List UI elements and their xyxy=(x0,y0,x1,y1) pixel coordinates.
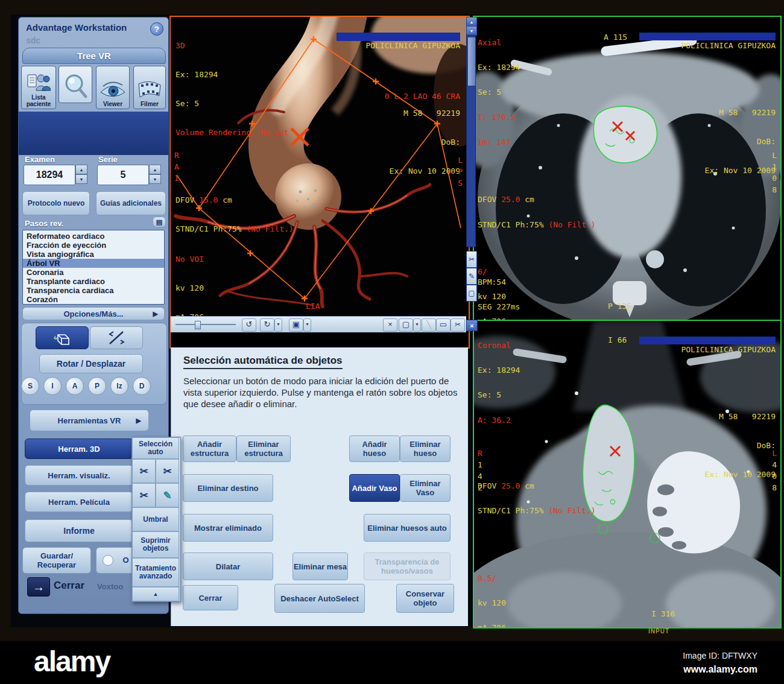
rotate-left-icon[interactable]: ↺ xyxy=(242,318,256,332)
examen-input[interactable]: 18294 xyxy=(24,165,75,185)
patient-name-privacy-bar xyxy=(639,337,776,344)
orient-d-button[interactable]: D xyxy=(133,377,151,395)
cerrar-button[interactable]: Cerrar xyxy=(54,580,84,592)
paint-brush-icon[interactable]: ✎ xyxy=(156,483,179,507)
strip-scissors-icon[interactable]: ✂ xyxy=(466,251,477,268)
eliminar-destino-button[interactable]: Eliminar destino xyxy=(183,474,273,502)
axial-mode-label: Axial xyxy=(478,38,501,47)
scrollbar-track[interactable] xyxy=(466,35,476,247)
informe-button[interactable]: Informe xyxy=(25,519,133,542)
serie-up-icon[interactable]: ▲ xyxy=(149,165,161,174)
nav-lista-paciente-button[interactable]: Lista paciente xyxy=(21,66,56,109)
pasos-listbox[interactable]: Reformateo cardiaco Fracción de eyección… xyxy=(22,230,165,305)
guias-adicionales-button[interactable]: Guías adicionales xyxy=(96,191,166,215)
copy-view-icon[interactable]: ▣ xyxy=(289,318,303,332)
herram-3d-button[interactable]: Herram. 3D xyxy=(25,439,133,459)
anadir-estructura-button[interactable]: Añadir estructura xyxy=(183,435,236,462)
close-panel-icon[interactable]: × xyxy=(466,320,478,331)
scroll-up-icon[interactable]: ▲ xyxy=(466,17,477,27)
serie-stepper[interactable]: ▲ ▼ xyxy=(149,165,161,184)
anadir-hueso-button[interactable]: Añadir hueso xyxy=(349,435,400,462)
cut-structure-icon[interactable]: ✂ xyxy=(132,459,156,483)
copy-view-dropdown-icon[interactable]: ▼ xyxy=(303,318,311,332)
transparencia-huesos-vasos-button[interactable]: Transparencia de huesos/vasos xyxy=(364,553,450,580)
protocolo-nuevo-button[interactable]: Protocolo nuevo xyxy=(22,191,90,215)
marquee-tool-icon[interactable]: ▢ xyxy=(399,318,413,332)
dilatar-button[interactable]: Dilatar xyxy=(183,553,273,580)
herram-pelicula-button[interactable]: Herram. Película xyxy=(25,492,133,512)
suprimir-objetos-button[interactable]: Suprimir objetos xyxy=(132,531,179,558)
linked-viewports: Axial Ex: 18294 Se: 5 I: 170.5 Im: 147 D… xyxy=(473,16,782,629)
examen-stepper[interactable]: ▲ ▼ xyxy=(75,165,87,184)
anadir-vaso-button[interactable]: Añadir Vaso xyxy=(349,474,400,502)
cut-spool-icon[interactable]: ✂ xyxy=(156,459,179,483)
strip-marquee-icon[interactable]: ▢ xyxy=(466,285,477,302)
strip-pencil-icon[interactable]: ✎ xyxy=(466,268,477,285)
orient-s-button[interactable]: S xyxy=(21,377,39,395)
cut-tool-icon[interactable]: ✂ xyxy=(450,318,465,332)
marquee-dropdown-icon[interactable]: ▼ xyxy=(413,318,421,332)
coronal-viewport[interactable]: Coronal Ex: 18294 Se: 5 A: 36.2 DFOV 25.… xyxy=(474,321,780,627)
mostrar-eliminado-button[interactable]: Mostrar eliminado xyxy=(183,514,273,542)
rotate-loop-icon[interactable]: ↻ xyxy=(260,318,274,332)
pasos-item[interactable]: Vista angiográfica xyxy=(23,250,164,259)
dialog-cerrar-button[interactable]: Cerrar xyxy=(183,585,238,610)
alamy-bar: alamy Image ID: DFTWXY www.alamy.com xyxy=(0,641,784,684)
line-tool-icon[interactable]: ╲ xyxy=(422,318,436,332)
vr-projection-label: 0 L 2 LAO 46 CRA xyxy=(385,92,460,101)
coronal-left-edge-markers: R142 xyxy=(478,449,482,493)
nav-filmer-button[interactable]: Filmer xyxy=(133,66,166,109)
scrollbar-thumb[interactable] xyxy=(467,37,476,86)
pasos-item[interactable]: Fracción de eyección xyxy=(23,241,164,250)
scissors-icon[interactable]: ✂ xyxy=(132,483,156,507)
collapse-flyout-button[interactable]: ▲ xyxy=(132,587,179,601)
opciones-mas-button[interactable]: Opciones/Más... ▶ xyxy=(22,307,165,320)
folder-tool-icon[interactable]: ▭ xyxy=(436,318,450,332)
pasos-item[interactable]: Corazón xyxy=(23,295,164,304)
pasos-list-icon[interactable]: ▤ xyxy=(153,217,166,227)
serie-input[interactable]: 5 xyxy=(97,165,149,185)
umbral-button[interactable]: Umbral xyxy=(132,507,179,531)
pasos-item[interactable]: Reformateo cardiaco xyxy=(23,232,164,241)
vr-viewport[interactable]: 3D Ex: 18294 Se: 5 Volume Rendering No c… xyxy=(169,16,470,349)
scroll-down-icon[interactable]: ▼ xyxy=(466,26,477,36)
herramientas-vr-button[interactable]: Herramientas VR ▶ xyxy=(30,410,149,431)
tratamiento-avanzado-button[interactable]: Tratamiento avanzado xyxy=(132,558,179,587)
conservar-objeto-button[interactable]: Conservar objeto xyxy=(396,584,454,613)
pasos-item[interactable]: Transplante cardiaco xyxy=(23,277,164,286)
help-button[interactable]: ? xyxy=(150,22,163,36)
axis-rotate-icon xyxy=(106,329,127,346)
orient-i-button[interactable]: I xyxy=(43,377,62,395)
eliminar-estructura-button[interactable]: Eliminar estructura xyxy=(236,435,291,462)
pasos-item-selected[interactable]: Árbol VR xyxy=(23,259,164,268)
rotar-desplazar-button[interactable]: Rotar / Desplazar xyxy=(39,354,143,373)
orient-iz-button[interactable]: Iz xyxy=(110,377,128,395)
vr-mode-label: 3D xyxy=(175,41,185,50)
axial-viewport[interactable]: Axial Ex: 18294 Se: 5 I: 170.5 Im: 147 D… xyxy=(474,17,780,321)
zoom-slider-handle[interactable] xyxy=(195,321,201,329)
axial-technique-block: 6/ kv 120 mA 706 Rot 0.35s/CH 8.0mm/rot … xyxy=(478,251,581,321)
eliminar-vaso-button[interactable]: Eliminar Vaso xyxy=(400,474,450,502)
rotate-mode-button[interactable] xyxy=(36,326,89,349)
deshacer-autoselect-button[interactable]: Deshacer AutoSelect xyxy=(274,584,365,613)
zoom-slider-track[interactable] xyxy=(175,324,236,325)
pasos-item[interactable]: Transparencia cardiaca xyxy=(23,286,164,295)
orient-p-button[interactable]: P xyxy=(88,377,106,395)
examen-down-icon[interactable]: ▼ xyxy=(75,174,87,184)
eliminar-hueso-button[interactable]: Eliminar hueso xyxy=(400,435,450,462)
tab-tree-vr[interactable]: Tree VR xyxy=(22,48,166,64)
nav-viewer-button[interactable]: Viewer xyxy=(96,66,130,109)
pasos-item[interactable]: Coronaria xyxy=(23,268,164,277)
orient-a-button[interactable]: A xyxy=(66,377,84,395)
crosshair-tool-icon[interactable]: × xyxy=(383,318,397,332)
guardar-recuperar-button[interactable]: Guardar/ Recuperar xyxy=(22,547,91,574)
eliminar-huesos-auto-button[interactable]: Eliminar huesos auto xyxy=(364,514,450,542)
serie-down-icon[interactable]: ▼ xyxy=(149,174,161,184)
nav-search-button[interactable] xyxy=(58,66,92,103)
examen-up-icon[interactable]: ▲ xyxy=(75,165,87,174)
herram-visualiz-button[interactable]: Herram. visualiz. xyxy=(25,465,133,486)
rotate-loop-dropdown-icon[interactable]: ▼ xyxy=(274,318,282,332)
vr-render-area[interactable]: 3D Ex: 18294 Se: 5 Volume Rendering No c… xyxy=(171,17,466,316)
eliminar-mesa-button[interactable]: Eliminar mesa xyxy=(292,553,348,580)
translate-mode-button[interactable] xyxy=(90,326,143,349)
